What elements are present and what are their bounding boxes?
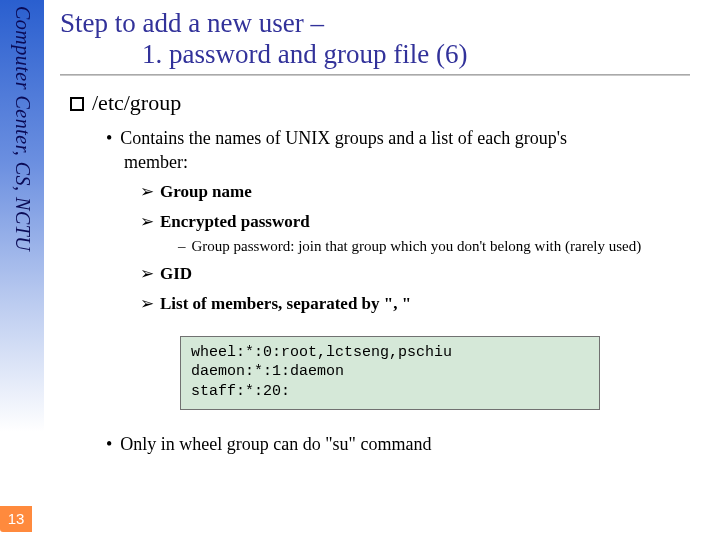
sidebar-band: Computer Center, CS, NCTU xyxy=(0,0,44,540)
dash-bullet-icon: – xyxy=(178,238,186,254)
square-bullet-icon xyxy=(70,97,84,111)
lvl2a-text1: Contains the names of UNIX groups and a … xyxy=(120,128,567,148)
dot-bullet-icon: • xyxy=(106,434,112,454)
bullet-level2-wheel: •Only in wheel group can do "su" command xyxy=(106,434,710,455)
sidebar-label: Computer Center, CS, NCTU xyxy=(11,6,34,251)
field-text-prefix: List of members, separated by xyxy=(160,294,384,313)
title-underline xyxy=(60,74,690,76)
title-line2: 1. password and group file (6) xyxy=(60,39,710,70)
lvl2b-text: Only in wheel group can do "su" command xyxy=(120,434,431,454)
field-text-quote: ", " xyxy=(384,294,411,313)
field-password-sub: –Group password: join that group which y… xyxy=(178,237,710,257)
bullet-level1: /etc/group xyxy=(70,90,710,116)
slide-body: /etc/group •Contains the names of UNIX g… xyxy=(60,90,710,455)
field-gid: ➢GID xyxy=(140,261,710,287)
arrow-bullet-icon: ➢ xyxy=(140,294,154,313)
field-text: Group name xyxy=(160,182,252,201)
bullet-level2-contains: •Contains the names of UNIX groups and a… xyxy=(106,126,710,175)
arrow-bullet-icon: ➢ xyxy=(140,182,154,201)
field-group-name: ➢Group name xyxy=(140,179,710,205)
field-text: GID xyxy=(160,264,192,283)
arrow-bullet-icon: ➢ xyxy=(140,212,154,231)
field-encrypted-password: ➢Encrypted password xyxy=(140,209,710,235)
lvl2a-text2: member: xyxy=(124,152,188,172)
code-example: wheel:*:0:root,lctseng,pschiu daemon:*:1… xyxy=(180,336,600,411)
sub-text: Group password: join that group which yo… xyxy=(192,238,642,254)
page-number: 13 xyxy=(0,506,32,532)
lvl1-text: /etc/group xyxy=(92,90,181,115)
field-text: Encrypted password xyxy=(160,212,310,231)
arrow-bullet-icon: ➢ xyxy=(140,264,154,283)
dot-bullet-icon: • xyxy=(106,128,112,148)
slide-title: Step to add a new user – 1. password and… xyxy=(60,8,710,70)
field-members: ➢List of members, separated by ", " xyxy=(140,291,710,317)
title-line1: Step to add a new user – xyxy=(60,8,324,38)
slide-root: Computer Center, CS, NCTU 13 Step to add… xyxy=(0,0,720,540)
content-area: Step to add a new user – 1. password and… xyxy=(60,0,710,455)
